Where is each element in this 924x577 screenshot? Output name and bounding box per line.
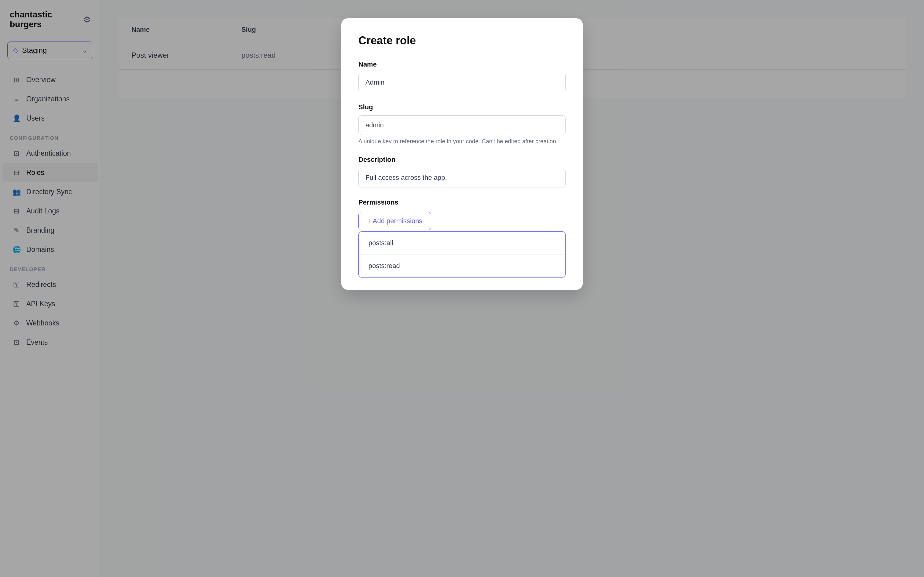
slug-field-group: Slug A unique key to reference the role … [359, 103, 565, 145]
permission-value: posts:read [368, 262, 400, 269]
add-permissions-button[interactable]: + Add permissions [359, 212, 431, 230]
description-label: Description [359, 156, 565, 164]
description-input[interactable] [359, 168, 565, 187]
slug-hint: A unique key to reference the role in yo… [359, 138, 565, 145]
permissions-dropdown: posts:all posts:read [359, 231, 565, 277]
permission-option-posts-all[interactable]: posts:all [359, 232, 565, 255]
add-permissions-label: + Add permissions [367, 217, 422, 225]
permissions-label: Permissions [359, 198, 565, 206]
name-input[interactable] [359, 73, 565, 92]
modal-overlay: Create role Name Slug A unique key to re… [0, 0, 924, 577]
permissions-section: Permissions + Add permissions posts:all … [359, 198, 565, 277]
slug-input[interactable] [359, 115, 565, 135]
permission-option-posts-read[interactable]: posts:read [359, 255, 565, 277]
create-role-modal: Create role Name Slug A unique key to re… [341, 18, 583, 290]
name-label: Name [359, 60, 565, 68]
description-field-group: Description [359, 156, 565, 187]
permission-value: posts:all [368, 239, 393, 247]
slug-label: Slug [359, 103, 565, 111]
modal-title: Create role [359, 34, 565, 47]
name-field-group: Name [359, 60, 565, 92]
